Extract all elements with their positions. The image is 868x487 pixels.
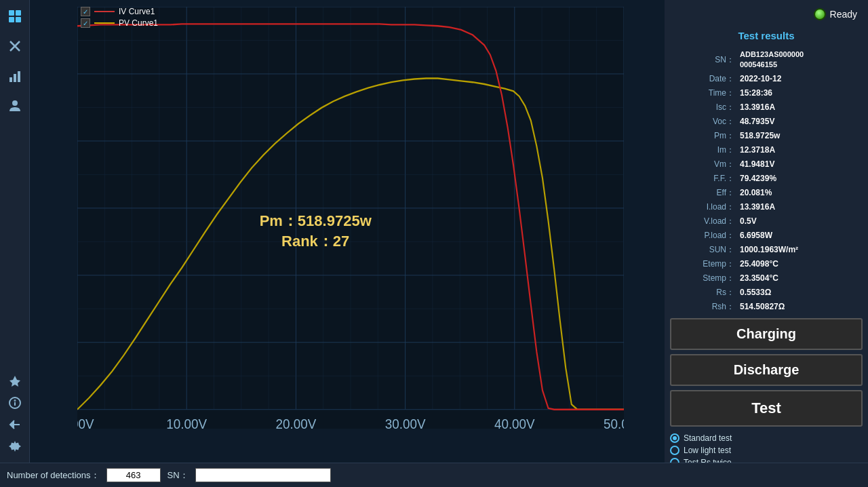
ff-value: 79.4239% [737, 172, 863, 186]
result-row-eff: Eff： 20.081% [670, 186, 863, 200]
radio-standard-test[interactable]: Standard test [670, 433, 863, 443]
result-row-stemp: Stemp： 23.3504°C [670, 271, 863, 286]
pload-value: 6.6958W [737, 229, 863, 243]
chart-container: ✓ IV Curve1 ✓ PV Curve1 Pm：518.9725w Ran… [30, 0, 665, 463]
eff-label: Eff： [670, 186, 737, 200]
sidebar [0, 0, 30, 463]
svg-point-12 [14, 400, 15, 401]
result-row-im: Im： 12.3718A [670, 143, 863, 157]
isc-value: 13.3916A [737, 100, 863, 115]
test-results-title: Test results [670, 27, 863, 44]
sidebar-item-info[interactable] [4, 392, 26, 414]
pload-label: P.load： [670, 229, 737, 243]
status-bar: Ready [670, 5, 863, 23]
detections-input[interactable] [106, 468, 161, 482]
svg-text:40.00V: 40.00V [494, 416, 536, 429]
right-panel: Ready Test results SN： ADB123AS000000000… [665, 0, 868, 463]
pv-label: PV Curve1 [119, 18, 158, 28]
sn-label: SN： [670, 48, 737, 72]
pv-checkbox[interactable]: ✓ [81, 18, 90, 28]
vload-value: 0.5V [737, 214, 863, 229]
im-value: 12.3718A [737, 143, 863, 157]
vm-label: Vm： [670, 157, 737, 172]
result-table: SN： ADB123AS000000000546155 Date： 2022-1… [670, 48, 863, 314]
status-led [814, 8, 826, 20]
radio-test-rs-twice[interactable]: Test Rs twice [670, 458, 863, 463]
iv-line-color [94, 11, 115, 12]
sun-label: SUN： [670, 243, 737, 257]
radio-low-light[interactable]: Low light test [670, 446, 863, 455]
sidebar-item-settings[interactable] [4, 435, 26, 457]
legend-pv: ✓ PV Curve1 [81, 18, 158, 28]
radio-rs-twice-indicator [670, 458, 679, 463]
svg-text:50.00V: 50.00V [604, 416, 624, 429]
im-label: Im： [670, 143, 737, 157]
radio-low-light-indicator [670, 446, 679, 455]
svg-rect-6 [9, 77, 12, 82]
iv-label: IV Curve1 [119, 7, 155, 16]
test-options: Standard test Low light test Test Rs twi… [670, 431, 863, 463]
rsh-label: Rsh： [670, 300, 737, 314]
sidebar-item-grid[interactable] [4, 5, 26, 27]
svg-text:0.00V: 0.00V [77, 416, 94, 429]
iv-checkbox[interactable]: ✓ [81, 7, 90, 16]
sidebar-bottom-group [4, 370, 26, 457]
iload-label: I.load： [670, 200, 737, 214]
svg-text:10.00V: 10.00V [166, 416, 208, 429]
charging-button[interactable]: Charging [670, 318, 863, 350]
time-label: Time： [670, 86, 737, 100]
chart-svg: 0.00A 2.00A 4.00A 6.00A 8.00A 10.00A 12.… [77, 7, 624, 429]
sidebar-item-pin[interactable] [4, 370, 26, 392]
result-row-vm: Vm： 41.9481V [670, 157, 863, 172]
standard-test-label: Standard test [684, 433, 732, 443]
result-row-vload: V.load： 0.5V [670, 214, 863, 229]
svg-text:20.00V: 20.00V [276, 416, 317, 429]
eff-value: 20.081% [737, 186, 863, 200]
voc-value: 48.7935V [737, 115, 863, 129]
result-row-sun: SUN： 1000.1963W/m² [670, 243, 863, 257]
isc-label: Isc： [670, 100, 737, 115]
stemp-label: Stemp： [670, 271, 737, 286]
pv-line-color [94, 22, 115, 24]
rsh-value: 514.50827Ω [737, 300, 863, 314]
result-row-pm: Pm： 518.9725w [670, 129, 863, 143]
svg-rect-7 [14, 74, 16, 82]
etemp-value: 25.4098°C [737, 257, 863, 271]
sidebar-item-chart[interactable] [4, 65, 26, 87]
sidebar-item-user[interactable] [4, 95, 26, 117]
chart-legend: ✓ IV Curve1 ✓ PV Curve1 [81, 7, 158, 28]
radio-standard-indicator [670, 433, 679, 443]
svg-rect-2 [9, 17, 14, 22]
date-value: 2022-10-12 [737, 72, 863, 86]
etemp-label: Etemp： [670, 257, 737, 271]
sidebar-item-close[interactable] [4, 35, 26, 57]
rs-label: Rs： [670, 286, 737, 300]
result-row-sn: SN： ADB123AS000000000546155 [670, 48, 863, 72]
pm-value: 518.9725w [737, 129, 863, 143]
voc-label: Voc： [670, 115, 737, 129]
vm-value: 41.9481V [737, 157, 863, 172]
svg-rect-1 [16, 10, 21, 16]
svg-point-9 [12, 100, 18, 106]
result-row-rsh: Rsh： 514.50827Ω [670, 300, 863, 314]
sn-value: ADB123AS000000000546155 [737, 48, 863, 72]
bottom-bar: Number of detections： SN： [0, 463, 868, 487]
legend-iv: ✓ IV Curve1 [81, 7, 158, 16]
result-row-pload: P.load： 6.6958W [670, 229, 863, 243]
time-value: 15:28:36 [737, 86, 863, 100]
svg-rect-8 [18, 71, 20, 82]
result-row-voc: Voc： 48.7935V [670, 115, 863, 129]
sidebar-item-back[interactable] [4, 414, 26, 435]
sun-value: 1000.1963W/m² [737, 243, 863, 257]
sn-bottom-label: SN： [167, 469, 189, 482]
chart-area: ✓ IV Curve1 ✓ PV Curve1 Pm：518.9725w Ran… [30, 0, 665, 463]
discharge-button[interactable]: Discharge [670, 354, 863, 386]
ff-label: F.F.： [670, 172, 737, 186]
stemp-value: 23.3504°C [737, 271, 863, 286]
date-label: Date： [670, 72, 737, 86]
status-ready-indicator: Ready [814, 8, 857, 20]
test-button[interactable]: Test [670, 390, 863, 427]
pm-label: Pm： [670, 129, 737, 143]
svg-rect-0 [9, 10, 14, 16]
sn-bottom-input[interactable] [195, 468, 331, 482]
